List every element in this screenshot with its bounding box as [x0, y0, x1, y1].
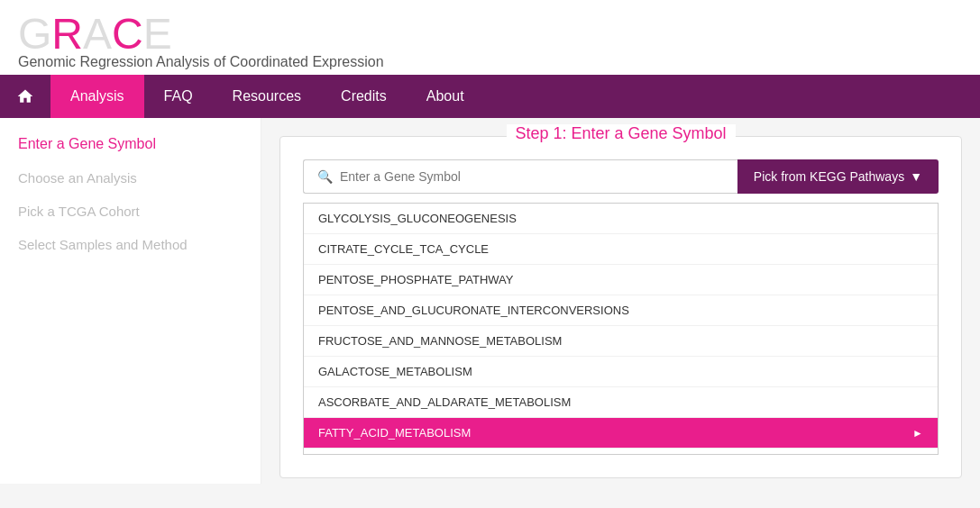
sidebar: Enter a Gene Symbol Choose an Analysis P…	[0, 118, 261, 484]
logo-letter-r: R	[51, 9, 83, 59]
home-icon	[16, 87, 34, 105]
nav-item-faq[interactable]: FAQ	[144, 75, 213, 118]
submenu-arrow: ►	[912, 427, 923, 440]
dropdown-item[interactable]: GALACTOSE_METABOLISM	[304, 357, 938, 387]
dropdown-item[interactable]: FATTY_ACID_METABOLISM►	[304, 418, 938, 449]
logo: G R A C E	[18, 9, 962, 59]
header: G R A C E Genomic Regression Analysis of…	[0, 0, 980, 75]
content-area: Enter a Gene Symbol Choose an Analysis P…	[0, 118, 980, 484]
kegg-pathways-button[interactable]: Pick from KEGG Pathways ▼	[737, 159, 939, 194]
logo-letter-g: G	[18, 9, 51, 59]
nav-item-credits[interactable]: Credits	[321, 75, 407, 118]
nav-item-analysis[interactable]: Analysis	[50, 75, 144, 118]
dropdown-item[interactable]: PENTOSE_PHOSPHATE_PATHWAY	[304, 265, 938, 295]
dropdown-item[interactable]: STEROID_BIOSYNTHESIS	[304, 449, 938, 455]
nav-home-button[interactable]	[0, 75, 50, 118]
gene-input-wrapper: 🔍	[303, 159, 737, 194]
sidebar-item-gene-symbol[interactable]: Enter a Gene Symbol	[18, 136, 243, 152]
dropdown-item[interactable]: ASCORBATE_AND_ALDARATE_METABOLISM	[304, 387, 938, 418]
step-title: Step 1: Enter a Gene Symbol	[506, 124, 735, 143]
dropdown-item[interactable]: GLYCOLYSIS_GLUCONEOGENESIS	[304, 204, 938, 234]
dropdown-item[interactable]: CITRATE_CYCLE_TCA_CYCLE	[304, 234, 938, 265]
kegg-dropdown[interactable]: GLYCOLYSIS_GLUCONEOGENESISCITRATE_CYCLE_…	[303, 203, 939, 455]
kegg-dropdown-arrow: ▼	[910, 169, 922, 184]
sidebar-item-cohort[interactable]: Pick a TCGA Cohort	[18, 204, 243, 219]
input-row: 🔍 Pick from KEGG Pathways ▼	[303, 159, 939, 194]
sidebar-item-samples[interactable]: Select Samples and Method	[18, 237, 243, 252]
navbar: Analysis FAQ Resources Credits About	[0, 75, 980, 118]
gene-symbol-input[interactable]	[340, 169, 724, 184]
kegg-button-label: Pick from KEGG Pathways	[754, 169, 904, 184]
search-icon: 🔍	[317, 169, 333, 184]
main-content: Step 1: Enter a Gene Symbol 🔍 Pick from …	[261, 118, 980, 484]
dropdown-item[interactable]: PENTOSE_AND_GLUCURONATE_INTERCONVERSIONS	[304, 295, 938, 326]
logo-letter-c: C	[112, 9, 143, 59]
nav-item-about[interactable]: About	[407, 75, 484, 118]
logo-letter-e: E	[143, 9, 172, 59]
app-subtitle: Genomic Regression Analysis of Coordinat…	[18, 54, 962, 70]
nav-item-resources[interactable]: Resources	[213, 75, 321, 118]
logo-letter-a: A	[83, 9, 112, 59]
sidebar-item-analysis[interactable]: Choose an Analysis	[18, 170, 243, 186]
dropdown-item[interactable]: FRUCTOSE_AND_MANNOSE_METABOLISM	[304, 326, 938, 357]
step-container: Step 1: Enter a Gene Symbol 🔍 Pick from …	[279, 136, 962, 478]
